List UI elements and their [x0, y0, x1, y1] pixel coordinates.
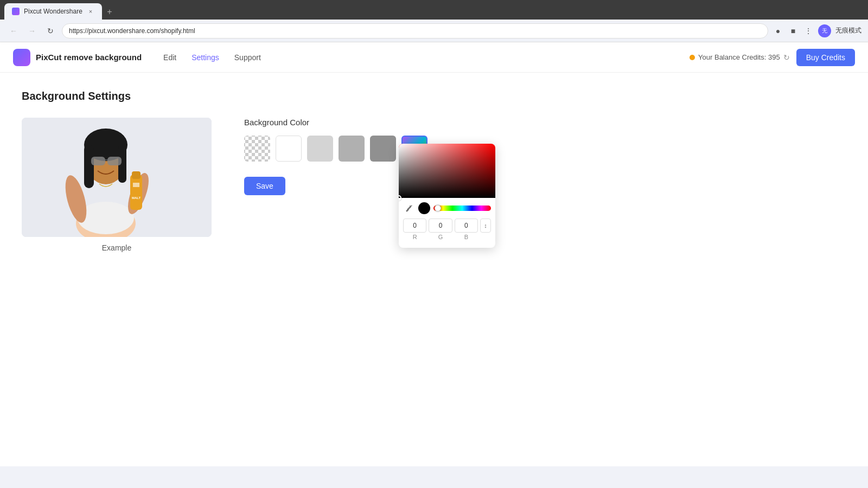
swatch-dark-gray[interactable] [370, 136, 396, 162]
nav-support[interactable]: Support [234, 53, 261, 62]
balance-refresh-icon[interactable]: ↻ [783, 53, 790, 62]
balance-indicator: Your Balance Credits: 395 ↻ [690, 53, 790, 62]
g-label: G [438, 234, 443, 240]
svg-rect-11 [107, 157, 122, 165]
svg-rect-14 [132, 171, 141, 179]
hue-thumb[interactable] [435, 205, 441, 211]
forward-button[interactable]: → [25, 24, 39, 38]
extension2-icon[interactable]: ■ [788, 25, 799, 36]
save-button[interactable]: Save [244, 177, 285, 195]
mode-toggle-button[interactable]: ↕ [480, 219, 491, 233]
extension-icon[interactable]: ● [773, 25, 783, 36]
preview-image: MALT [22, 118, 212, 237]
settings-section: Background Color Save [244, 118, 846, 195]
app-logo: PixCut remove background [13, 49, 142, 66]
browser-icons: ● ■ ⋮ 无 无痕模式 [773, 24, 861, 37]
g-input-group: G [429, 219, 452, 240]
refresh-button[interactable]: ↻ [43, 24, 58, 38]
color-swatches [244, 136, 846, 162]
hue-slider[interactable] [433, 206, 491, 211]
g-input[interactable] [429, 219, 452, 233]
active-tab[interactable]: Pixcut Wondershare × [4, 3, 102, 20]
address-input[interactable] [62, 23, 768, 38]
logo-icon [13, 49, 30, 66]
avatar-initial: 无 [822, 27, 827, 35]
tab-bar: Pixcut Wondershare × + [0, 0, 868, 20]
main-content: Background Settings [0, 73, 868, 466]
logo-text: PixCut remove background [36, 53, 142, 62]
svg-rect-10 [91, 157, 105, 165]
swatch-transparent[interactable] [244, 136, 270, 162]
nav-links: Edit Settings Support [163, 53, 690, 62]
svg-text:MALT: MALT [132, 196, 141, 200]
color-preview-dot [418, 202, 430, 214]
bg-color-label: Background Color [244, 118, 846, 127]
user-avatar[interactable]: 无 [818, 24, 831, 37]
swatch-gray[interactable] [339, 136, 365, 162]
color-gradient-area[interactable] [399, 144, 495, 198]
nav-edit[interactable]: Edit [163, 53, 176, 62]
tab-title: Pixcut Wondershare [24, 8, 82, 15]
app-navbar: PixCut remove background Edit Settings S… [0, 42, 868, 73]
page-title: Background Settings [22, 90, 846, 102]
new-tab-button[interactable]: + [102, 4, 117, 20]
eyedropper-button[interactable] [403, 202, 415, 214]
buy-credits-button[interactable]: Buy Credits [796, 49, 855, 66]
rgb-inputs: R G B ↕ [399, 216, 495, 242]
b-input[interactable] [455, 219, 478, 233]
nav-right: Your Balance Credits: 395 ↻ Buy Credits [690, 49, 855, 66]
color-picker-popup: R G B ↕ [399, 144, 495, 248]
svg-rect-13 [130, 175, 142, 210]
svg-rect-8 [84, 145, 94, 188]
balance-dot [690, 55, 695, 60]
swatch-white[interactable] [276, 136, 302, 162]
settings-icon[interactable]: ⋮ [803, 25, 814, 36]
r-input[interactable] [403, 219, 426, 233]
b-input-group: B [455, 219, 478, 240]
nav-settings[interactable]: Settings [192, 53, 219, 62]
tab-close-button[interactable]: × [87, 8, 94, 15]
user-label: 无痕模式 [835, 26, 861, 35]
r-input-group: R [403, 219, 426, 240]
address-bar: ← → ↻ ● ■ ⋮ 无 无痕模式 [0, 20, 868, 42]
swatch-light-gray[interactable] [307, 136, 333, 162]
back-button[interactable]: ← [7, 24, 21, 38]
svg-rect-15 [133, 183, 139, 187]
b-label: B [464, 234, 468, 240]
preview-label: Example [102, 243, 131, 252]
preview-section: MALT Example [22, 118, 212, 252]
hue-slider-row [399, 198, 495, 216]
tab-favicon [12, 8, 20, 15]
r-label: R [413, 234, 417, 240]
balance-label: Your Balance Credits: 395 [698, 53, 780, 61]
